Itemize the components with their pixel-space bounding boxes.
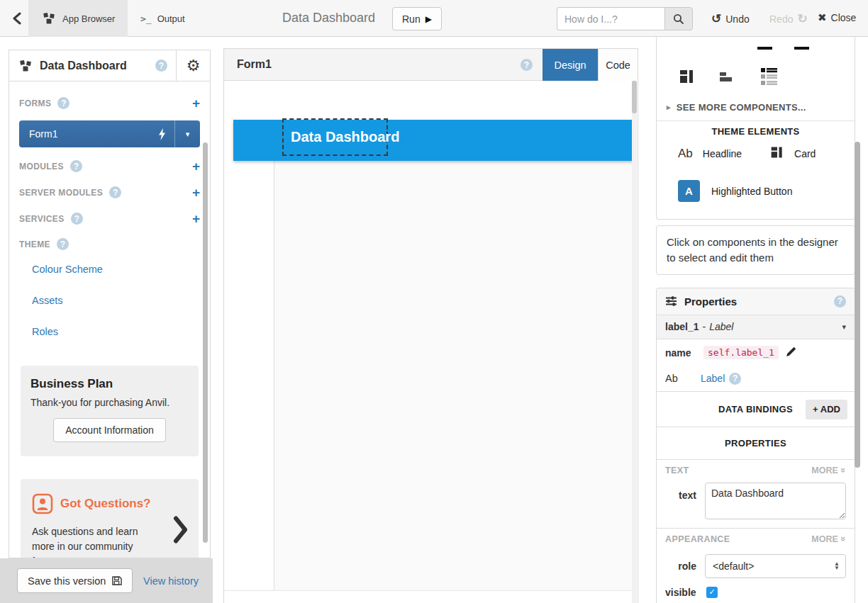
highlighted-button-icon[interactable]: A <box>678 180 700 202</box>
help-icon[interactable]: ? <box>521 59 533 71</box>
canvas-scrollbar[interactable] <box>632 81 637 603</box>
sidebar-item-colour-scheme[interactable]: Colour Scheme <box>32 264 103 275</box>
help-search-input[interactable] <box>557 7 664 30</box>
chevron-down-icon: ▾ <box>186 130 190 138</box>
card-component-icon[interactable] <box>677 65 698 88</box>
help-icon[interactable]: ? <box>729 373 741 385</box>
close-icon: ✖ <box>818 11 827 24</box>
see-more-label: SEE MORE COMPONENTS... <box>677 102 806 113</box>
back-button[interactable] <box>7 9 27 28</box>
list-component-icon[interactable] <box>759 65 780 88</box>
design-canvas[interactable]: Data Dashboard <box>224 81 638 603</box>
check-icon: ✓ <box>708 587 715 597</box>
edit-name-button[interactable] <box>786 346 796 359</box>
headline-component-icon[interactable]: Ab <box>678 147 693 161</box>
tab-output-label: Output <box>157 13 185 24</box>
help-icon[interactable]: ? <box>71 213 83 225</box>
selected-component-outline[interactable]: Data Dashboard <box>282 118 388 156</box>
text-property-input[interactable]: Data Dashboard <box>705 483 846 519</box>
chevron-double-down-icon: » <box>838 536 849 541</box>
version-footer: Save this version View history <box>0 558 213 603</box>
component-selector-dropdown[interactable]: label_1 - Label ▾ <box>657 315 855 339</box>
see-more-components-button[interactable]: ▸ SEE MORE COMPONENTS... <box>667 102 806 113</box>
section-server-modules: SERVER MODULES ? + <box>9 179 210 205</box>
chevron-down-icon: ▾ <box>842 323 846 331</box>
text-block-component-icon[interactable] <box>718 65 739 88</box>
form1-dropdown-button[interactable]: ▾ <box>174 120 200 147</box>
canvas-scrollbar-thumb[interactable] <box>632 81 637 113</box>
right-panel-scrollbar[interactable] <box>854 37 861 603</box>
add-service-button[interactable]: + <box>192 212 200 225</box>
help-icon[interactable]: ? <box>155 60 167 72</box>
undo-button[interactable]: ↺ Undo <box>711 11 750 26</box>
visible-property-label: visible <box>665 587 696 598</box>
questions-title: Got Questions? <box>60 497 151 511</box>
form-content-area[interactable] <box>274 161 632 591</box>
questions-card[interactable]: Got Questions? Ask questions and learn m… <box>21 479 199 558</box>
sidebar-item-roles[interactable]: Roles <box>32 326 58 337</box>
visible-checkbox[interactable]: ✓ <box>706 587 718 598</box>
tab-design[interactable]: Design <box>542 49 598 81</box>
properties-section-header: PROPERTIES <box>657 427 855 460</box>
top-toolbar: App Browser >_ Output Data Dashboard Run… <box>0 0 868 37</box>
data-bindings-row: DATA BINDINGS + ADD <box>657 392 855 427</box>
more-label: MORE <box>811 534 838 544</box>
redo-button[interactable]: Redo ↻ <box>769 11 808 26</box>
help-icon[interactable]: ? <box>834 295 846 308</box>
sidebar-item-assets[interactable]: Assets <box>32 295 63 306</box>
app-browser-panel: Data Dashboard ? ⚙ FORMS ? + Form1 ▾ MOD… <box>9 50 211 558</box>
tab-app-browser[interactable]: App Browser <box>28 0 128 37</box>
toolbox-icon-row <box>677 65 780 88</box>
tab-output[interactable]: >_ Output <box>128 0 198 37</box>
add-module-button[interactable]: + <box>192 159 200 173</box>
appearance-more-button[interactable]: MORE » <box>811 534 846 544</box>
theme-link-row: Colour Scheme <box>9 257 210 282</box>
add-data-binding-button[interactable]: + ADD <box>806 400 847 419</box>
save-version-button[interactable]: Save this version <box>17 568 133 593</box>
title-label: Data Dashboard <box>284 129 399 145</box>
component-type-link[interactable]: Label <box>701 373 725 384</box>
form-title-bar[interactable]: Data Dashboard <box>233 120 634 161</box>
search-button[interactable] <box>664 7 693 30</box>
person-icon <box>32 493 53 514</box>
component-icon-partial[interactable] <box>757 47 772 50</box>
section-modules: MODULES ? + <box>9 153 210 179</box>
view-history-link[interactable]: View history <box>143 575 199 587</box>
right-panel-scrollbar-thumb[interactable] <box>855 142 860 468</box>
add-server-module-button[interactable]: + <box>192 186 200 199</box>
help-icon[interactable]: ? <box>70 160 82 172</box>
sidebar-item-form1[interactable]: Form1 ▾ <box>19 120 200 147</box>
visible-property-row: visible ✓ <box>657 584 855 601</box>
text-property-label: text <box>665 483 696 519</box>
account-information-button[interactable]: Account Information <box>53 418 166 442</box>
help-icon[interactable]: ? <box>109 186 121 198</box>
help-icon[interactable]: ? <box>57 97 69 109</box>
selector-separator: - <box>702 321 706 332</box>
add-form-button[interactable]: + <box>192 96 200 110</box>
tab-code[interactable]: Code <box>598 49 638 81</box>
properties-header: Properties ? <box>657 288 855 315</box>
app-settings-button[interactable]: ⚙ <box>176 50 210 81</box>
text-more-button[interactable]: MORE » <box>811 465 846 475</box>
run-button[interactable]: Run ▶ <box>392 7 442 30</box>
card-component-icon[interactable] <box>770 145 784 162</box>
data-bindings-header: DATA BINDINGS <box>718 404 793 415</box>
section-server-modules-label: SERVER MODULES <box>19 188 103 198</box>
role-property-row: role <default> ▲ ▼ <box>657 550 855 584</box>
close-label: Close <box>831 12 857 23</box>
text-property-row: text Data Dashboard <box>657 481 855 529</box>
app-name: Data Dashboard <box>40 60 127 72</box>
theme-link-row: Assets <box>9 288 210 313</box>
section-forms: FORMS ? + <box>9 90 210 116</box>
app-header: Data Dashboard ? ⚙ <box>9 50 210 81</box>
plan-message: Thank-you for purchasing Anvil. <box>30 397 189 408</box>
help-search <box>557 7 693 30</box>
canvas-bottom-line <box>224 590 632 591</box>
help-icon[interactable]: ? <box>57 238 69 250</box>
sidebar-scrollbar[interactable] <box>203 142 208 543</box>
section-services-label: SERVICES <box>19 214 65 224</box>
form1-main[interactable]: Form1 <box>19 120 158 147</box>
role-select[interactable]: <default> ▲ ▼ <box>705 554 846 578</box>
component-icon-partial[interactable] <box>794 47 809 50</box>
close-button[interactable]: ✖ Close <box>818 11 856 24</box>
